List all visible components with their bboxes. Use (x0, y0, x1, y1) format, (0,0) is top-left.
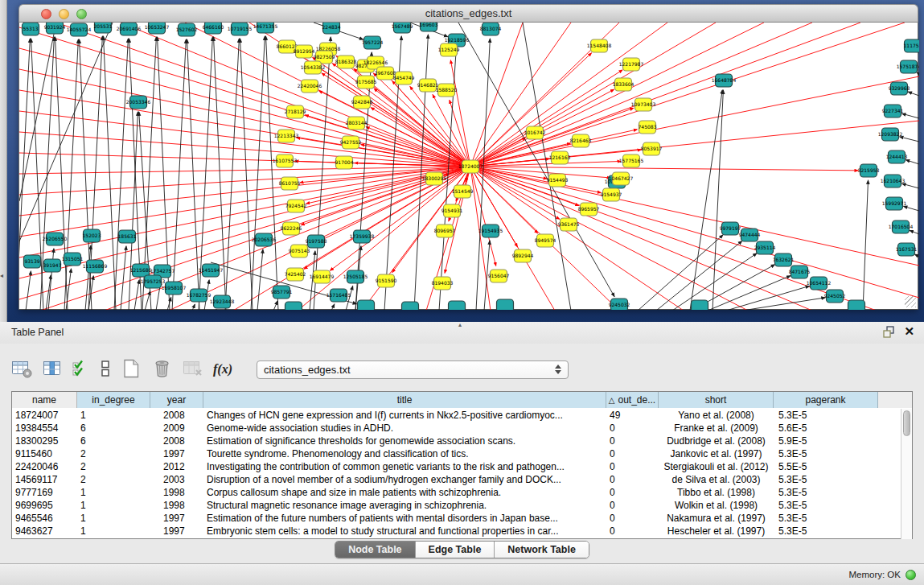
create-column-icon[interactable] (121, 358, 142, 381)
graph-node-selected[interactable]: 9361475 (558, 218, 580, 231)
graph-node-selected[interactable]: 9175685 (355, 76, 377, 89)
window-minimize-button[interactable] (59, 9, 69, 19)
table-cell[interactable]: 2 (77, 461, 150, 472)
graph-node[interactable]: 1244413 (886, 150, 908, 163)
graph-node[interactable]: 205531 (94, 23, 113, 33)
table-cell[interactable]: 6 (77, 435, 150, 447)
graph-node[interactable]: 8471675 (789, 266, 811, 278)
graph-node[interactable]: 20053346 (126, 96, 151, 109)
graph-node[interactable]: 25206550 (43, 233, 68, 245)
graph-node-selected[interactable]: 9154937 (601, 188, 622, 201)
graph-node-selected[interactable]: 15775165 (619, 154, 644, 167)
table-cell[interactable]: 0 (606, 448, 659, 459)
column-header-title[interactable]: title (203, 392, 606, 408)
column-header-in_degree[interactable]: in_degree (77, 392, 150, 408)
tab-node-table[interactable]: Node Table (335, 542, 415, 558)
table-cell[interactable]: 2009 (150, 422, 203, 434)
table-cell[interactable]: 9699695 (12, 500, 77, 511)
graph-node[interactable]: 1315051 (62, 253, 84, 266)
table-cell[interactable]: 5.5E-5 (774, 461, 878, 472)
table-cell[interactable]: Dudbridge et al. (2008) (659, 435, 774, 447)
graph-node-selected[interactable]: 9156047 (488, 270, 510, 282)
table-cell[interactable]: Stergiakouli et al. (2012) (659, 461, 774, 472)
table-cell[interactable]: 1 (77, 410, 150, 421)
column-header-out_de[interactable]: △out_de... (606, 392, 659, 408)
graph-node-selected[interactable]: 9427552 (340, 136, 362, 149)
table-cell[interactable]: Disruption of a novel member of a sodium… (203, 474, 606, 485)
graph-node[interactable] (497, 299, 514, 310)
table-cell[interactable]: 1 (77, 525, 150, 537)
table-cell[interactable]: Jankovic et al. (1997) (659, 448, 774, 459)
table-cell[interactable]: Corpus callosum shape and size in male p… (203, 487, 606, 498)
graph-node[interactable]: 2935114 (754, 241, 776, 254)
graph-node[interactable]: 12505185 (343, 270, 368, 283)
table-cell[interactable]: 0 (606, 525, 659, 537)
graph-node[interactable]: 7957224 (362, 36, 384, 49)
graph-node-selected[interactable]: 8096957 (434, 225, 456, 237)
graph-node-selected[interactable]: 8610755 (279, 177, 301, 190)
table-cell[interactable]: 9463627 (12, 525, 77, 537)
table-cell[interactable]: 5.6E-5 (774, 422, 878, 434)
graph-node[interactable]: 11451947 (199, 264, 224, 277)
table-cell[interactable]: 1997 (150, 448, 203, 459)
table-cell[interactable]: Estimation of the future numbers of pati… (203, 513, 606, 524)
table-cell[interactable]: 5.9E-5 (774, 435, 878, 447)
column-header-pagerank[interactable]: pagerank (774, 392, 878, 408)
graph-node[interactable]: 9474444 (739, 229, 761, 241)
graph-node-selected[interactable]: 1833604 (613, 78, 634, 91)
row-select-icon[interactable] (72, 359, 89, 381)
table-row[interactable]: 2242004622012Investigating the contribut… (12, 460, 901, 473)
graph-node-selected[interactable]: 8216463 (570, 134, 592, 147)
graph-node-selected[interactable]: 1216163 (549, 151, 571, 164)
graph-node-selected[interactable]: 9154493 (547, 174, 569, 187)
graph-node-selected[interactable]: 9151590 (376, 274, 397, 287)
graph-node[interactable]: 9979197 (720, 222, 741, 235)
resize-grip[interactable] (905, 296, 916, 307)
column-header-short[interactable]: short (659, 392, 774, 408)
table-cell[interactable]: Embryonic stem cells: a model to study s… (203, 525, 606, 537)
graph-node[interactable]: 185631 (118, 230, 137, 243)
table-cell[interactable]: Investigating the contribution of common… (203, 461, 606, 472)
graph-node[interactable]: 93139 (24, 255, 41, 268)
table-cell[interactable]: de Silva et al. (2003) (659, 474, 774, 485)
table-cell[interactable]: 2008 (150, 435, 203, 447)
table-cell[interactable]: 0 (606, 513, 659, 524)
graph-node[interactable] (402, 302, 419, 310)
graph-node[interactable]: 169603 (420, 23, 438, 31)
table-row[interactable]: 1872400712008Changes of HCN gene express… (12, 409, 901, 422)
graph-node[interactable] (692, 300, 708, 310)
graph-node[interactable]: 1527602 (176, 23, 198, 36)
table-cell[interactable]: 0 (606, 487, 659, 498)
network-canvas[interactable]: 5531390319241405572420553120691406106532… (19, 23, 919, 310)
table-cell[interactable]: 18724007 (12, 410, 77, 421)
show-columns-icon[interactable] (43, 359, 62, 381)
table-row[interactable]: 1456911722003Disruption of a novel membe… (12, 473, 901, 486)
tab-network-table[interactable]: Network Table (495, 542, 589, 558)
graph-node[interactable]: 10654112 (807, 277, 832, 290)
table-cell[interactable]: 14569117 (12, 474, 77, 485)
close-panel-icon[interactable]: ✕ (904, 324, 914, 339)
table-cell[interactable]: Structural magnetic resonance image aver… (203, 500, 606, 511)
graph-node-selected[interactable]: 8186328 (335, 56, 357, 68)
table-cell[interactable]: 49 (606, 410, 659, 421)
graph-node[interactable]: 14671355 (253, 23, 278, 33)
graph-node-selected[interactable]: 2718129 (285, 105, 306, 118)
graph-node-selected[interactable]: 8949574 (535, 234, 556, 247)
table-row[interactable]: 946554611997Estimation of the future num… (12, 512, 901, 525)
graph-node[interactable]: 20691406 (117, 23, 142, 35)
table-cell[interactable]: Estimation of significance thresholds fo… (203, 435, 606, 447)
splitter-collapse-icon[interactable]: ◂ (0, 272, 3, 279)
table-cell[interactable]: Genome-wide association studies in ADHD. (203, 422, 606, 434)
table-row[interactable]: 969969511998Structural magnetic resonanc… (12, 499, 901, 512)
table-cell[interactable]: Changes of HCN gene expression and I(f) … (203, 410, 606, 421)
table-cell[interactable]: 0 (606, 422, 659, 434)
left-splitter-strip[interactable]: ◂ (0, 0, 7, 322)
table-cell[interactable]: 2008 (150, 410, 203, 421)
graph-node[interactable]: 15751874 (897, 60, 919, 73)
graph-node-selected[interactable]: 1125249 (438, 43, 460, 56)
table-row[interactable]: 1830029562008Estimation of significance … (12, 435, 901, 447)
table-cell[interactable]: 5.3E-5 (774, 474, 878, 485)
table-cell[interactable]: 1 (77, 500, 150, 511)
graph-node-selected[interactable]: 9892944 (512, 249, 534, 262)
row-height-icon[interactable] (99, 359, 112, 381)
